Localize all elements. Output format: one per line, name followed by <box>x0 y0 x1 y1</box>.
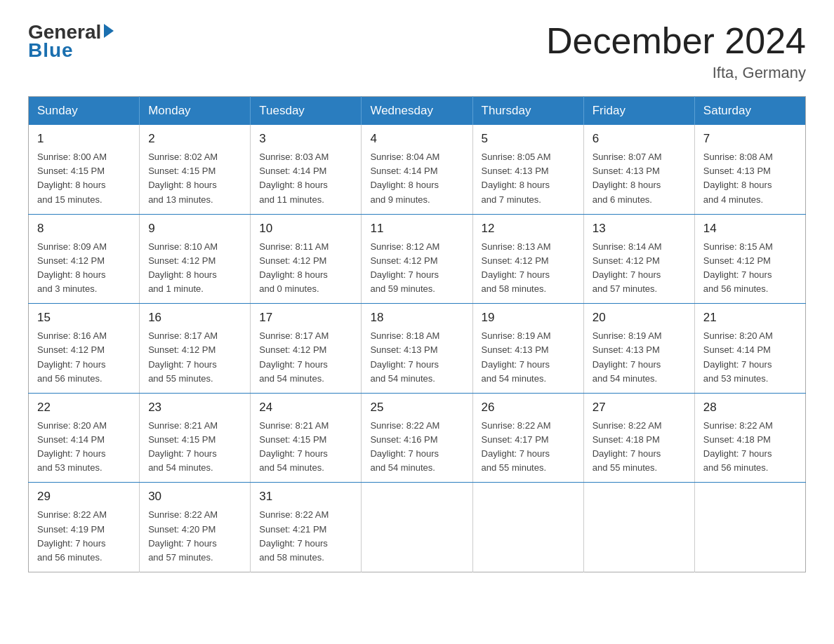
day-cell-31: 31 Sunrise: 8:22 AMSunset: 4:21 PMDaylig… <box>251 483 362 572</box>
day-cell-23: 23 Sunrise: 8:21 AMSunset: 4:15 PMDaylig… <box>140 393 251 483</box>
day-info: Sunrise: 8:17 AMSunset: 4:12 PMDaylight:… <box>259 329 352 386</box>
day-cell-3: 3 Sunrise: 8:03 AMSunset: 4:14 PMDayligh… <box>251 125 362 214</box>
day-number: 2 <box>148 132 241 146</box>
day-number: 3 <box>259 132 352 146</box>
day-number: 13 <box>593 222 686 236</box>
day-info: Sunrise: 8:22 AMSunset: 4:17 PMDaylight:… <box>482 419 575 476</box>
day-info: Sunrise: 8:19 AMSunset: 4:13 PMDaylight:… <box>593 329 686 386</box>
day-info: Sunrise: 8:22 AMSunset: 4:18 PMDaylight:… <box>703 419 797 476</box>
day-number: 31 <box>259 490 352 504</box>
day-header-friday: Friday <box>583 97 694 126</box>
day-info: Sunrise: 8:21 AMSunset: 4:15 PMDaylight:… <box>259 419 352 476</box>
day-info: Sunrise: 8:03 AMSunset: 4:14 PMDaylight:… <box>259 150 352 207</box>
day-info: Sunrise: 8:17 AMSunset: 4:12 PMDaylight:… <box>148 329 241 386</box>
week-row-4: 22 Sunrise: 8:20 AMSunset: 4:14 PMDaylig… <box>29 393 806 483</box>
day-info: Sunrise: 8:12 AMSunset: 4:12 PMDaylight:… <box>370 240 463 297</box>
day-header-wednesday: Wednesday <box>362 97 472 126</box>
month-title: December 2024 <box>546 21 806 61</box>
day-cell-20: 20 Sunrise: 8:19 AMSunset: 4:13 PMDaylig… <box>583 304 694 394</box>
day-cell-17: 17 Sunrise: 8:17 AMSunset: 4:12 PMDaylig… <box>251 304 362 394</box>
day-number: 25 <box>370 401 463 415</box>
day-number: 12 <box>482 222 575 236</box>
day-info: Sunrise: 8:16 AMSunset: 4:12 PMDaylight:… <box>37 329 131 386</box>
day-number: 15 <box>37 311 131 325</box>
location: Ifta, Germany <box>546 64 806 82</box>
day-info: Sunrise: 8:13 AMSunset: 4:12 PMDaylight:… <box>482 240 575 297</box>
calendar-table: SundayMondayTuesdayWednesdayThursdayFrid… <box>28 96 806 572</box>
logo-arrow-icon <box>104 24 114 38</box>
day-header-thursday: Thursday <box>472 97 583 126</box>
day-cell-26: 26 Sunrise: 8:22 AMSunset: 4:17 PMDaylig… <box>472 393 583 483</box>
page-header: General Blue December 2024 Ifta, Germany <box>28 21 806 82</box>
day-cell-10: 10 Sunrise: 8:11 AMSunset: 4:12 PMDaylig… <box>251 214 362 304</box>
day-number: 20 <box>593 311 686 325</box>
day-info: Sunrise: 8:20 AMSunset: 4:14 PMDaylight:… <box>703 329 797 386</box>
day-number: 1 <box>37 132 131 146</box>
day-cell-8: 8 Sunrise: 8:09 AMSunset: 4:12 PMDayligh… <box>29 214 140 304</box>
week-row-1: 1 Sunrise: 8:00 AMSunset: 4:15 PMDayligh… <box>29 125 806 214</box>
day-info: Sunrise: 8:15 AMSunset: 4:12 PMDaylight:… <box>703 240 797 297</box>
day-cell-9: 9 Sunrise: 8:10 AMSunset: 4:12 PMDayligh… <box>140 214 251 304</box>
day-info: Sunrise: 8:19 AMSunset: 4:13 PMDaylight:… <box>482 329 575 386</box>
day-cell-4: 4 Sunrise: 8:04 AMSunset: 4:14 PMDayligh… <box>362 125 472 214</box>
day-cell-14: 14 Sunrise: 8:15 AMSunset: 4:12 PMDaylig… <box>694 214 805 304</box>
day-cell-28: 28 Sunrise: 8:22 AMSunset: 4:18 PMDaylig… <box>694 393 805 483</box>
day-number: 17 <box>259 311 352 325</box>
day-info: Sunrise: 8:08 AMSunset: 4:13 PMDaylight:… <box>703 150 797 207</box>
day-cell-30: 30 Sunrise: 8:22 AMSunset: 4:20 PMDaylig… <box>140 483 251 572</box>
day-info: Sunrise: 8:20 AMSunset: 4:14 PMDaylight:… <box>37 419 131 476</box>
day-cell-13: 13 Sunrise: 8:14 AMSunset: 4:12 PMDaylig… <box>583 214 694 304</box>
day-info: Sunrise: 8:04 AMSunset: 4:14 PMDaylight:… <box>370 150 463 207</box>
day-number: 5 <box>482 132 575 146</box>
day-number: 4 <box>370 132 463 146</box>
day-number: 9 <box>148 222 241 236</box>
empty-cell <box>472 483 583 572</box>
day-info: Sunrise: 8:21 AMSunset: 4:15 PMDaylight:… <box>148 419 241 476</box>
day-number: 18 <box>370 311 463 325</box>
day-cell-18: 18 Sunrise: 8:18 AMSunset: 4:13 PMDaylig… <box>362 304 472 394</box>
week-row-2: 8 Sunrise: 8:09 AMSunset: 4:12 PMDayligh… <box>29 214 806 304</box>
day-cell-5: 5 Sunrise: 8:05 AMSunset: 4:13 PMDayligh… <box>472 125 583 214</box>
empty-cell <box>362 483 472 572</box>
day-cell-1: 1 Sunrise: 8:00 AMSunset: 4:15 PMDayligh… <box>29 125 140 214</box>
day-number: 16 <box>148 311 241 325</box>
days-of-week-row: SundayMondayTuesdayWednesdayThursdayFrid… <box>29 97 806 126</box>
day-number: 6 <box>593 132 686 146</box>
day-number: 7 <box>703 132 797 146</box>
day-number: 21 <box>703 311 797 325</box>
day-cell-7: 7 Sunrise: 8:08 AMSunset: 4:13 PMDayligh… <box>694 125 805 214</box>
day-cell-24: 24 Sunrise: 8:21 AMSunset: 4:15 PMDaylig… <box>251 393 362 483</box>
day-info: Sunrise: 8:22 AMSunset: 4:16 PMDaylight:… <box>370 419 463 476</box>
day-info: Sunrise: 8:02 AMSunset: 4:15 PMDaylight:… <box>148 150 241 207</box>
day-info: Sunrise: 8:07 AMSunset: 4:13 PMDaylight:… <box>593 150 686 207</box>
week-row-3: 15 Sunrise: 8:16 AMSunset: 4:12 PMDaylig… <box>29 304 806 394</box>
day-info: Sunrise: 8:00 AMSunset: 4:15 PMDaylight:… <box>37 150 131 207</box>
day-cell-21: 21 Sunrise: 8:20 AMSunset: 4:14 PMDaylig… <box>694 304 805 394</box>
empty-cell <box>583 483 694 572</box>
day-header-tuesday: Tuesday <box>251 97 362 126</box>
day-cell-19: 19 Sunrise: 8:19 AMSunset: 4:13 PMDaylig… <box>472 304 583 394</box>
day-header-sunday: Sunday <box>29 97 140 126</box>
day-info: Sunrise: 8:22 AMSunset: 4:20 PMDaylight:… <box>148 508 241 565</box>
day-cell-11: 11 Sunrise: 8:12 AMSunset: 4:12 PMDaylig… <box>362 214 472 304</box>
day-header-saturday: Saturday <box>694 97 805 126</box>
day-cell-12: 12 Sunrise: 8:13 AMSunset: 4:12 PMDaylig… <box>472 214 583 304</box>
day-info: Sunrise: 8:11 AMSunset: 4:12 PMDaylight:… <box>259 240 352 297</box>
day-number: 14 <box>703 222 797 236</box>
day-info: Sunrise: 8:22 AMSunset: 4:21 PMDaylight:… <box>259 508 352 565</box>
day-number: 22 <box>37 401 131 415</box>
logo: General Blue <box>28 21 114 62</box>
day-cell-25: 25 Sunrise: 8:22 AMSunset: 4:16 PMDaylig… <box>362 393 472 483</box>
empty-cell <box>694 483 805 572</box>
day-info: Sunrise: 8:05 AMSunset: 4:13 PMDaylight:… <box>482 150 575 207</box>
day-cell-15: 15 Sunrise: 8:16 AMSunset: 4:12 PMDaylig… <box>29 304 140 394</box>
day-cell-2: 2 Sunrise: 8:02 AMSunset: 4:15 PMDayligh… <box>140 125 251 214</box>
day-number: 29 <box>37 490 131 504</box>
day-info: Sunrise: 8:22 AMSunset: 4:18 PMDaylight:… <box>593 419 686 476</box>
title-section: December 2024 Ifta, Germany <box>546 21 806 82</box>
day-cell-16: 16 Sunrise: 8:17 AMSunset: 4:12 PMDaylig… <box>140 304 251 394</box>
day-number: 23 <box>148 401 241 415</box>
day-number: 8 <box>37 222 131 236</box>
day-info: Sunrise: 8:10 AMSunset: 4:12 PMDaylight:… <box>148 240 241 297</box>
day-number: 30 <box>148 490 241 504</box>
